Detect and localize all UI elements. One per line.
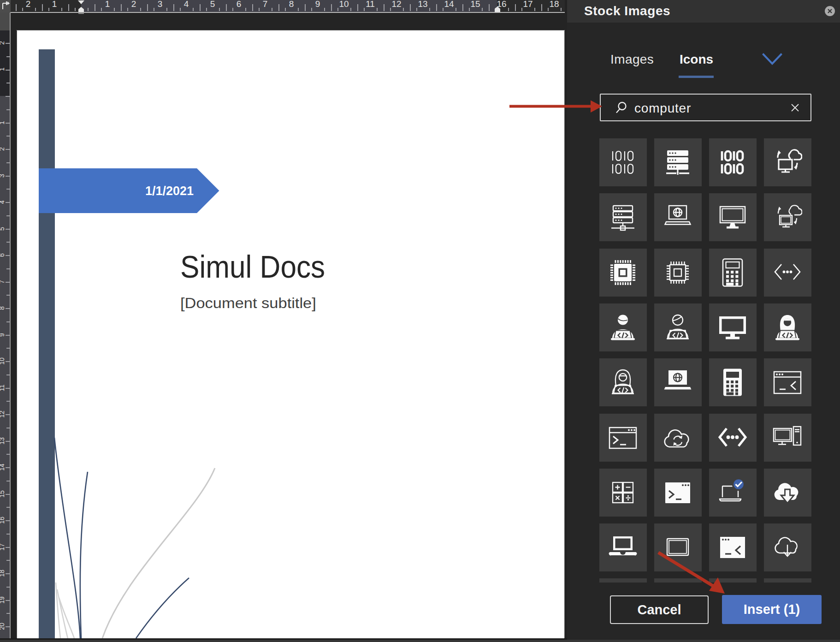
svg-text:1/1/2021: 1/1/2021	[145, 184, 194, 198]
